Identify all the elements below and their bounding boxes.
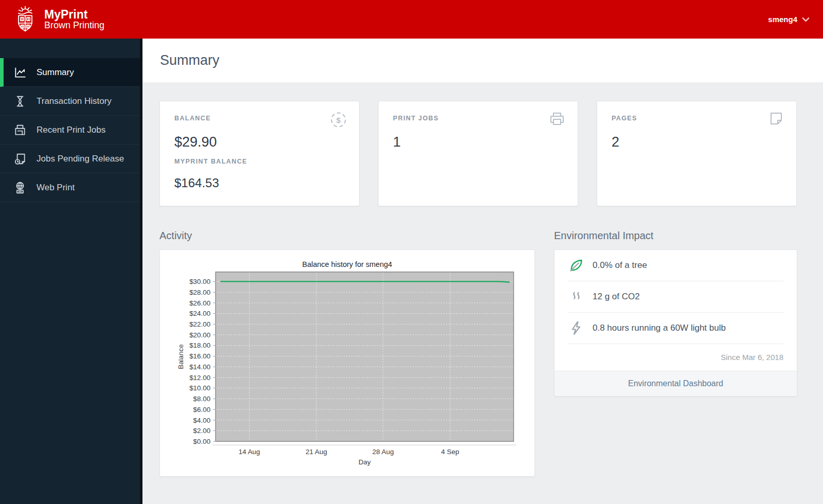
pages-value: 2 xyxy=(612,134,782,150)
brown-crest-icon xyxy=(13,6,37,33)
sidebar-item-recent-print-jobs[interactable]: Recent Print Jobs xyxy=(0,116,140,145)
pages-label: PAGES xyxy=(612,115,782,122)
balance-card: BALANCE $ $29.90 MYPRINT BALANCE $164.53 xyxy=(159,101,360,206)
sidebar-item-label: Summary xyxy=(37,67,74,78)
svg-text:14 Aug: 14 Aug xyxy=(239,448,260,456)
environmental-dashboard-link[interactable]: Environmental Dashboard xyxy=(628,379,723,388)
svg-text:$16.00: $16.00 xyxy=(189,352,210,360)
svg-text:$22.00: $22.00 xyxy=(189,320,210,328)
svg-text:Balance: Balance xyxy=(177,344,185,369)
environment-rows: 0.0% of a tree12 g of CO20.8 hours runni… xyxy=(554,250,797,344)
svg-text:$14.00: $14.00 xyxy=(189,363,210,371)
titlebar: Summary xyxy=(142,39,823,82)
environment-row-text: 0.0% of a tree xyxy=(593,260,647,271)
svg-text:Day: Day xyxy=(359,458,371,466)
svg-text:$18.00: $18.00 xyxy=(189,341,210,349)
svg-text:$12.00: $12.00 xyxy=(189,374,210,382)
svg-text:Balance history for smeng4: Balance history for smeng4 xyxy=(302,260,392,268)
printer-tray-icon xyxy=(13,123,28,137)
sidebar-item-web-print[interactable]: Web Print xyxy=(0,173,140,202)
co2-icon xyxy=(568,289,584,305)
app-subtitle: Brown Printing xyxy=(44,21,104,30)
balance-label: BALANCE xyxy=(174,115,345,122)
svg-text:$30.00: $30.00 xyxy=(189,278,210,285)
line-chart-icon xyxy=(13,66,28,79)
activity-column: Activity $0.00$2.00$4.00$6.00$8.00$10.00… xyxy=(159,206,535,477)
sidebar-item-label: Transaction History xyxy=(37,96,112,106)
since-date: Since Mar 6, 2018 xyxy=(554,344,797,371)
globe-printer-icon xyxy=(13,181,28,194)
environment-row: 0.8 hours running a 60W light bulb xyxy=(568,313,783,344)
svg-text:$28.00: $28.00 xyxy=(189,289,210,296)
svg-text:$10.00: $10.00 xyxy=(189,384,210,392)
balance-history-chart: $0.00$2.00$4.00$6.00$8.00$10.00$12.00$14… xyxy=(160,250,534,476)
printer-icon xyxy=(548,111,566,129)
page-icon xyxy=(767,111,785,130)
chevron-down-icon xyxy=(802,17,810,22)
logo-text: MyPrint Brown Printing xyxy=(44,8,104,30)
svg-text:$: $ xyxy=(336,116,341,124)
svg-text:4 Sep: 4 Sep xyxy=(441,448,459,456)
sidebar-item-jobs-pending-release[interactable]: Jobs Pending Release xyxy=(0,145,140,173)
print-jobs-card: PRINT JOBS 1 xyxy=(378,101,578,206)
username: smeng4 xyxy=(768,15,797,24)
environment-row: 12 g of CO2 xyxy=(568,281,783,313)
energy-bolt-icon xyxy=(568,320,584,336)
svg-text:$8.00: $8.00 xyxy=(193,395,211,403)
sidebar-item-summary[interactable]: Summary xyxy=(0,58,140,87)
app-logo[interactable]: MyPrint Brown Printing xyxy=(13,6,104,33)
environment-row: 0.0% of a tree xyxy=(568,250,783,281)
svg-text:$6.00: $6.00 xyxy=(193,406,211,413)
app-header: MyPrint Brown Printing smeng4 xyxy=(0,0,823,39)
environment-row-text: 12 g of CO2 xyxy=(593,292,640,302)
environmental-impact-card: 0.0% of a tree12 g of CO20.8 hours runni… xyxy=(554,249,797,397)
svg-text:28 Aug: 28 Aug xyxy=(372,448,394,456)
environment-row-text: 0.8 hours running a 60W light bulb xyxy=(593,323,726,333)
svg-text:$24.00: $24.00 xyxy=(189,310,210,317)
lower-columns: Activity $0.00$2.00$4.00$6.00$8.00$10.00… xyxy=(159,206,823,477)
svg-text:$4.00: $4.00 xyxy=(193,417,211,424)
print-jobs-label: PRINT JOBS xyxy=(393,115,563,122)
sidebar-nav: SummaryTransaction HistoryRecent Print J… xyxy=(0,58,140,202)
hourglass-icon xyxy=(13,95,28,108)
print-jobs-value: 1 xyxy=(393,134,563,150)
summary-cards-row: BALANCE $ $29.90 MYPRINT BALANCE $164.53… xyxy=(159,101,823,206)
sidebar: SummaryTransaction HistoryRecent Print J… xyxy=(0,39,142,504)
svg-text:21 Aug: 21 Aug xyxy=(306,448,327,456)
environmental-dashboard-footer: Environmental Dashboard xyxy=(554,371,797,396)
sidebar-item-label: Recent Print Jobs xyxy=(37,125,105,135)
leaf-icon xyxy=(568,257,584,274)
document-clock-icon xyxy=(13,152,28,166)
sidebar-item-transaction-history[interactable]: Transaction History xyxy=(0,87,140,116)
myprint-balance-value: $164.53 xyxy=(174,176,345,190)
app-title: MyPrint xyxy=(44,8,104,21)
page-title: Summary xyxy=(160,52,220,68)
myprint-balance-label: MYPRINT BALANCE xyxy=(174,158,345,165)
main-content: Summary BALANCE $ $29.90 MYPRINT BALANCE… xyxy=(142,39,823,504)
dollar-circle-icon: $ xyxy=(329,111,348,131)
pages-card: PAGES 2 xyxy=(597,101,797,206)
svg-text:$2.00: $2.00 xyxy=(193,427,211,435)
sidebar-item-label: Web Print xyxy=(37,183,75,193)
content-area: BALANCE $ $29.90 MYPRINT BALANCE $164.53… xyxy=(142,82,823,477)
svg-text:$26.00: $26.00 xyxy=(189,299,210,307)
svg-text:$20.00: $20.00 xyxy=(189,331,210,339)
activity-heading: Activity xyxy=(159,230,535,242)
balance-value: $29.90 xyxy=(174,134,345,150)
activity-chart-card: $0.00$2.00$4.00$6.00$8.00$10.00$12.00$14… xyxy=(159,249,535,477)
svg-text:$0.00: $0.00 xyxy=(193,438,211,445)
user-menu[interactable]: smeng4 xyxy=(768,15,810,24)
environment-column: Environmental Impact 0.0% of a tree12 g … xyxy=(554,206,797,477)
sidebar-item-label: Jobs Pending Release xyxy=(37,154,124,164)
environmental-impact-heading: Environmental Impact xyxy=(554,230,797,242)
